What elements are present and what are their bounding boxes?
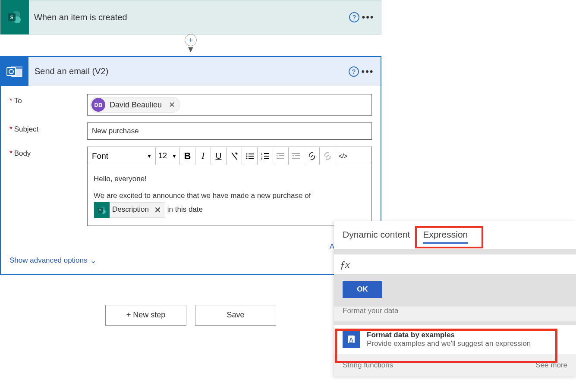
svg-rect-24 (292, 153, 300, 154)
field-to-row: *To DB David Beaulieu ✕ (9, 94, 372, 116)
dynamic-token: S Description ✕ (94, 202, 165, 218)
add-step-icon[interactable]: + (185, 34, 197, 46)
body-line2: We are excited to announce that we have … (94, 190, 365, 202)
tab-dynamic-content[interactable]: Dynamic content (343, 229, 410, 244)
rte-toolbar: Font▼ 12▼ B I U 123 </> (88, 147, 371, 165)
svg-rect-12 (249, 156, 254, 157)
action-title: Send an email (V2) (28, 66, 349, 76)
svg-rect-18 (264, 156, 269, 157)
field-to-label: *To (9, 94, 87, 105)
bold-button[interactable]: B (180, 147, 195, 165)
show-advanced-link[interactable]: Show advanced options ⌄ (1, 251, 96, 274)
action-card: Send an email (V2) ? ••• *To DB David Be… (0, 56, 381, 275)
outlook-icon (1, 57, 28, 86)
help-icon[interactable]: ? (349, 66, 359, 77)
font-select[interactable]: Font▼ (88, 147, 156, 165)
field-subject-label: *Subject (9, 122, 87, 134)
body-line1: Hello, everyone! (94, 173, 365, 185)
format-item-title: Format data by examples (367, 331, 531, 339)
underline-button[interactable]: U (211, 147, 227, 165)
svg-rect-22 (279, 155, 284, 156)
svg-text:S: S (99, 208, 101, 212)
svg-rect-26 (292, 158, 300, 159)
svg-rect-14 (249, 158, 254, 159)
help-icon[interactable]: ? (349, 12, 359, 22)
action-form: *To DB David Beaulieu ✕ *Subject *Body (1, 86, 381, 241)
body-content[interactable]: Hello, everyone! We are excited to annou… (88, 165, 371, 226)
string-functions-row: String functions See more (334, 354, 576, 376)
svg-rect-33 (349, 342, 353, 343)
panel-tabs: Dynamic content Expression (334, 221, 576, 249)
svg-text:S: S (10, 14, 13, 20)
svg-rect-25 (295, 155, 300, 156)
format-by-examples-item[interactable]: A Format data by examples Provide exampl… (334, 325, 576, 354)
string-fns-label: String functions (343, 361, 393, 370)
save-button[interactable]: Save (195, 305, 276, 326)
bullet-list-button[interactable] (242, 147, 258, 165)
action-header[interactable]: Send an email (V2) ? ••• (1, 57, 381, 86)
link-button[interactable] (304, 147, 320, 165)
ok-button[interactable]: OK (343, 281, 382, 298)
expression-panel: Dynamic content Expression ƒx OK Format … (334, 221, 576, 376)
svg-point-11 (246, 155, 247, 157)
chevron-down-icon: ⌄ (90, 256, 96, 265)
token-name: David Beaulieu (110, 100, 166, 110)
footer-buttons: + New step Save (0, 305, 381, 326)
tab-expression[interactable]: Expression (423, 229, 468, 244)
see-more-link[interactable]: See more (535, 361, 567, 370)
subject-input[interactable] (87, 122, 372, 140)
font-size-select[interactable]: 12▼ (156, 147, 180, 165)
body-editor: Font▼ 12▼ B I U 123 </> (87, 147, 372, 226)
sharepoint-icon: S (0, 0, 29, 34)
more-icon[interactable]: ••• (359, 66, 376, 77)
to-input[interactable]: DB David Beaulieu ✕ (87, 94, 372, 116)
people-token: DB David Beaulieu ✕ (90, 97, 180, 113)
field-body-label: *Body (9, 147, 87, 158)
svg-point-9 (246, 153, 247, 154)
unlink-button[interactable] (320, 147, 335, 165)
trigger-card[interactable]: S When an item is created ? ••• (0, 0, 381, 34)
connector: + ▼ (0, 34, 381, 56)
svg-rect-16 (264, 153, 269, 154)
italic-button[interactable]: I (195, 147, 211, 165)
color-button[interactable] (227, 147, 242, 165)
svg-text:A: A (349, 336, 353, 343)
svg-rect-10 (249, 154, 254, 154)
code-view-button[interactable]: </> (335, 147, 351, 165)
avatar: DB (91, 98, 105, 112)
svg-rect-21 (277, 153, 284, 154)
number-list-button[interactable]: 123 (258, 147, 273, 165)
outdent-button[interactable] (273, 147, 289, 165)
format-icon: A (343, 331, 360, 348)
fx-input[interactable]: ƒx (334, 254, 576, 275)
remove-token-icon[interactable]: ✕ (151, 203, 164, 217)
svg-text:3: 3 (261, 158, 263, 160)
format-item-sub: Provide examples and we'll suggest an ex… (367, 339, 531, 348)
remove-token-icon[interactable]: ✕ (166, 100, 178, 110)
fx-icon: ƒx (340, 259, 350, 270)
trigger-title: When an item is created (29, 13, 349, 22)
field-subject-row: *Subject (9, 122, 372, 140)
svg-rect-20 (264, 158, 269, 159)
indent-button[interactable] (289, 147, 304, 165)
add-dynamic-row: Add dynamic (1, 241, 381, 251)
fx-section: ƒx OK Format your data (334, 249, 576, 325)
more-icon[interactable]: ••• (359, 12, 377, 23)
svg-point-13 (246, 157, 247, 159)
field-body-row: *Body Font▼ 12▼ B I U 123 (9, 147, 372, 226)
format-section-label: Format your data (334, 307, 576, 321)
svg-rect-23 (277, 158, 284, 159)
sharepoint-icon: S (94, 202, 110, 218)
new-step-button[interactable]: + New step (105, 305, 186, 326)
